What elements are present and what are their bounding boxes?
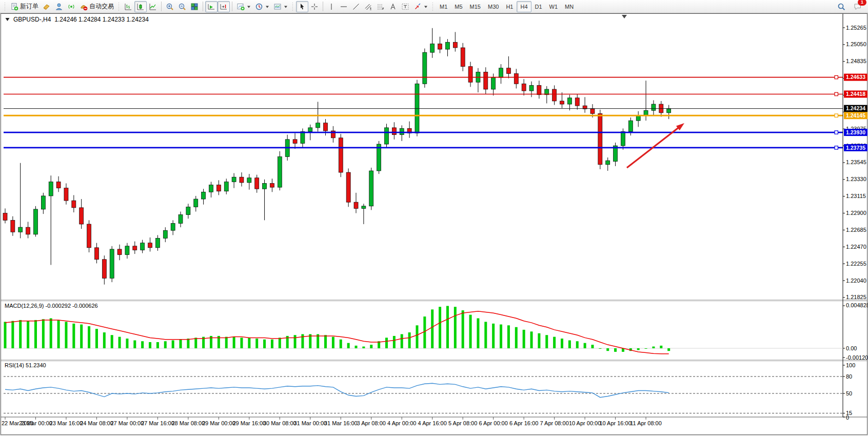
timeframe-W1[interactable]: W1 bbox=[546, 1, 562, 12]
channel-button[interactable] bbox=[362, 1, 374, 12]
text-label-button[interactable] bbox=[399, 1, 411, 12]
svg-text:1.24835: 1.24835 bbox=[846, 58, 866, 64]
fibonacci-icon bbox=[377, 3, 385, 11]
candle-chart-icon bbox=[136, 3, 145, 11]
svg-text:5 Apr 08:00: 5 Apr 08:00 bbox=[448, 420, 477, 426]
candle-chart-button[interactable] bbox=[134, 1, 147, 12]
svg-text:1.22470: 1.22470 bbox=[846, 244, 866, 250]
line-handle[interactable] bbox=[835, 114, 838, 117]
collapse-icon[interactable] bbox=[5, 17, 10, 22]
svg-text:27 Mar 16:00: 27 Mar 16:00 bbox=[141, 420, 174, 426]
chart-area[interactable]: 1.252651.250501.248351.246201.244051.241… bbox=[0, 0, 868, 436]
svg-text:4 Apr 00:00: 4 Apr 00:00 bbox=[387, 420, 416, 426]
svg-text:1.23115: 1.23115 bbox=[846, 193, 866, 199]
svg-text:0: 0 bbox=[846, 414, 849, 421]
bar-chart-icon bbox=[124, 3, 132, 11]
search-button[interactable] bbox=[835, 1, 847, 12]
svg-text:27 Mar 00:00: 27 Mar 00:00 bbox=[111, 420, 144, 426]
channel-icon bbox=[364, 3, 372, 11]
template-icon bbox=[273, 3, 282, 11]
timeframe-H4[interactable]: H4 bbox=[517, 1, 531, 12]
line-chart-button[interactable] bbox=[147, 1, 159, 12]
text-button[interactable] bbox=[387, 1, 399, 12]
notifications-button[interactable]: 1 bbox=[852, 1, 864, 12]
timeframe-M30[interactable]: M30 bbox=[484, 1, 502, 12]
svg-text:1.23735: 1.23735 bbox=[846, 145, 865, 151]
svg-text:0.004828: 0.004828 bbox=[846, 302, 868, 308]
community-button[interactable] bbox=[53, 1, 65, 12]
svg-text:-0.001201: -0.001201 bbox=[846, 354, 868, 361]
svg-text:31 Mar 00:00: 31 Mar 00:00 bbox=[293, 420, 327, 426]
autotrading-icon bbox=[80, 3, 88, 11]
group-handle[interactable] bbox=[118, 2, 120, 11]
svg-text:29 Mar 00:00: 29 Mar 00:00 bbox=[202, 420, 235, 426]
timeframe-MN[interactable]: MN bbox=[561, 1, 577, 12]
svg-text:4 Apr 16:00: 4 Apr 16:00 bbox=[418, 420, 447, 426]
group-handle[interactable] bbox=[432, 2, 434, 11]
line-handle[interactable] bbox=[835, 131, 838, 134]
styler-button[interactable] bbox=[41, 1, 53, 12]
timeframe-M5[interactable]: M5 bbox=[451, 1, 466, 12]
horizontal-line-icon bbox=[340, 3, 348, 11]
timeframe-D1[interactable]: D1 bbox=[531, 1, 546, 12]
templates-button[interactable] bbox=[271, 1, 290, 12]
timeframe-H1[interactable]: H1 bbox=[502, 1, 517, 12]
chevron-down-icon bbox=[265, 5, 269, 9]
group-handle[interactable] bbox=[292, 2, 294, 11]
svg-text:31 Mar 16:00: 31 Mar 16:00 bbox=[324, 420, 358, 426]
cursor-icon bbox=[298, 3, 306, 11]
svg-text:10 Apr 16:00: 10 Apr 16:00 bbox=[599, 420, 631, 426]
horizontal-line-button[interactable] bbox=[338, 1, 350, 12]
line-handle[interactable] bbox=[835, 92, 838, 95]
svg-text:1.23330: 1.23330 bbox=[846, 176, 866, 182]
timeframe-M1[interactable]: M1 bbox=[436, 1, 451, 12]
chart-title: GBPUSD-,H4 1.24246 1.24284 1.24233 1.242… bbox=[5, 16, 149, 23]
separator bbox=[323, 2, 323, 11]
autotrading-button[interactable]: 自动交易 bbox=[77, 1, 116, 12]
svg-text:1.24234: 1.24234 bbox=[846, 105, 865, 111]
clock-icon bbox=[255, 3, 263, 11]
timeframe-group: M1M5M15M30H1H4D1W1MN bbox=[436, 1, 577, 12]
timeframe-M15[interactable]: M15 bbox=[466, 1, 484, 12]
svg-text:7 Apr 08:00: 7 Apr 08:00 bbox=[540, 420, 568, 426]
svg-text:11 Apr 08:00: 11 Apr 08:00 bbox=[630, 420, 662, 426]
zoom-in-button[interactable] bbox=[164, 1, 176, 12]
periods-button[interactable] bbox=[253, 1, 271, 12]
toolbar-drag-handle[interactable] bbox=[4, 2, 6, 11]
signals-button[interactable] bbox=[65, 1, 77, 12]
tile-windows-button[interactable] bbox=[188, 1, 201, 12]
text-label-icon bbox=[401, 3, 409, 11]
crosshair-button[interactable] bbox=[308, 1, 321, 12]
svg-text:1.22685: 1.22685 bbox=[846, 227, 866, 233]
crosshair-icon bbox=[310, 3, 319, 11]
bar-chart-button[interactable] bbox=[122, 1, 134, 12]
trendline-button[interactable] bbox=[350, 1, 362, 12]
svg-text:1.24145: 1.24145 bbox=[846, 112, 865, 118]
zoom-out-button[interactable] bbox=[176, 1, 188, 12]
new-order-button[interactable]: 新订单 bbox=[8, 1, 41, 12]
svg-text:0.00: 0.00 bbox=[846, 345, 857, 351]
shapes-button[interactable] bbox=[411, 1, 430, 12]
line-handle[interactable] bbox=[835, 146, 838, 149]
symbol-period: GBPUSD-,H4 bbox=[13, 16, 51, 23]
trendline-icon bbox=[352, 3, 360, 11]
svg-text:50: 50 bbox=[846, 390, 852, 397]
svg-text:1.23930: 1.23930 bbox=[846, 129, 865, 135]
svg-text:29 Mar 16:00: 29 Mar 16:00 bbox=[232, 420, 266, 426]
new-order-label: 新订单 bbox=[20, 2, 38, 11]
search-icon bbox=[837, 3, 845, 11]
indicators-button[interactable] bbox=[234, 1, 253, 12]
svg-text:10 Apr 00:00: 10 Apr 00:00 bbox=[569, 420, 601, 426]
vertical-line-button[interactable] bbox=[325, 1, 338, 12]
svg-text:1.22900: 1.22900 bbox=[846, 210, 866, 216]
line-handle[interactable] bbox=[835, 75, 838, 78]
fibonacci-button[interactable] bbox=[374, 1, 387, 12]
svg-text:1.21825: 1.21825 bbox=[846, 294, 866, 300]
svg-text:1.22040: 1.22040 bbox=[846, 278, 866, 284]
auto-scroll-button[interactable] bbox=[205, 1, 218, 12]
svg-text:100: 100 bbox=[846, 362, 855, 368]
chart-shift-button[interactable] bbox=[218, 1, 230, 12]
svg-text:1.25265: 1.25265 bbox=[846, 25, 866, 31]
notification-badge: 1 bbox=[858, 0, 866, 6]
cursor-button[interactable] bbox=[296, 1, 308, 12]
